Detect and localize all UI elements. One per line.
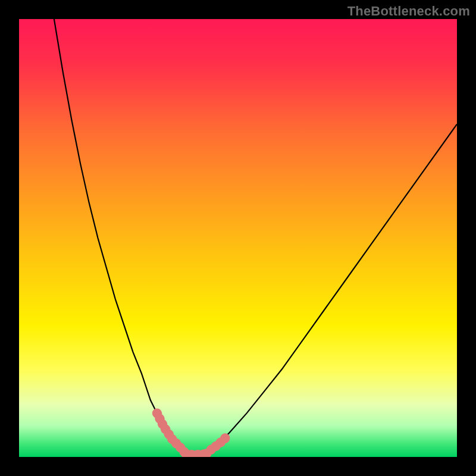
chart-frame: TheBottleneck.com <box>0 0 476 476</box>
chart-svg <box>19 19 457 457</box>
chart-background <box>19 19 457 457</box>
chart-plot-area <box>19 19 457 457</box>
watermark-text: TheBottleneck.com <box>347 4 470 19</box>
